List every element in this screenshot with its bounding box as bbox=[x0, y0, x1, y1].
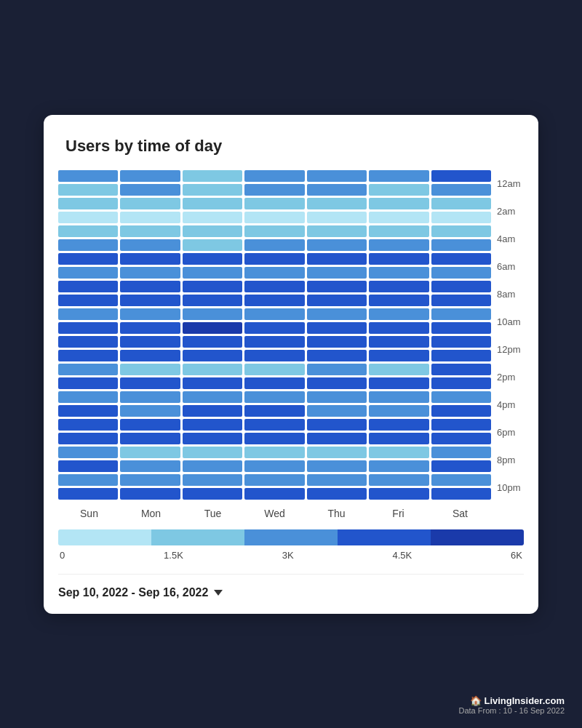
grid-cell bbox=[120, 460, 180, 472]
grid-cell bbox=[307, 364, 367, 375]
grid-cell bbox=[120, 198, 180, 209]
grid-cell bbox=[431, 377, 491, 389]
grid-cell bbox=[244, 212, 304, 223]
legend-value-label: 4.5K bbox=[392, 550, 412, 561]
grid-cell bbox=[369, 184, 428, 196]
grid-cell bbox=[58, 267, 118, 279]
grid-cell bbox=[120, 267, 180, 279]
grid-cell bbox=[120, 239, 180, 251]
grid-cell bbox=[183, 405, 242, 417]
grid-cell bbox=[58, 433, 118, 444]
chart-area: 12am2am4am6am8am10am12pm2pm4pm6pm8pm10pm bbox=[58, 170, 524, 502]
legend-labels: 01.5K3K4.5K6K bbox=[58, 550, 524, 561]
grid-cell bbox=[369, 281, 428, 292]
branding-logo: 🏠 LivingInsider.com bbox=[458, 695, 565, 706]
grid-cell bbox=[183, 322, 242, 334]
date-range-button[interactable]: Sep 10, 2022 - Sep 16, 2022 bbox=[58, 586, 223, 599]
time-label: 8am bbox=[497, 281, 524, 308]
grid-cell bbox=[58, 212, 118, 223]
grid-cell bbox=[244, 447, 304, 458]
grid-cell bbox=[307, 267, 367, 279]
grid-cell bbox=[244, 350, 304, 361]
grid-cell bbox=[58, 350, 118, 361]
grid-cell bbox=[244, 377, 304, 389]
grid-cell bbox=[58, 460, 118, 472]
grid-cell bbox=[58, 419, 118, 431]
grid-row bbox=[58, 322, 491, 334]
grid-cell bbox=[58, 391, 118, 403]
legend-segment bbox=[244, 529, 338, 545]
grid-cell bbox=[431, 253, 491, 265]
grid-cell bbox=[307, 170, 367, 182]
grid-cell bbox=[244, 170, 304, 182]
grid-row bbox=[58, 295, 491, 306]
grid-cell bbox=[183, 447, 242, 458]
grid-cell bbox=[369, 267, 428, 279]
grid-cell bbox=[431, 212, 491, 223]
grid-cell bbox=[120, 377, 180, 389]
grid-container bbox=[58, 170, 491, 502]
grid-row bbox=[58, 350, 491, 361]
grid-cell bbox=[244, 198, 304, 209]
grid-cell bbox=[244, 322, 304, 334]
grid-cell bbox=[183, 212, 242, 223]
grid-cell bbox=[307, 239, 367, 251]
grid-cell bbox=[244, 364, 304, 375]
grid-cell bbox=[120, 170, 180, 182]
grid-cell bbox=[183, 170, 242, 182]
grid-cell bbox=[183, 433, 242, 444]
legend-segment bbox=[431, 529, 524, 545]
grid-cell bbox=[431, 225, 491, 237]
grid-row bbox=[58, 184, 491, 196]
day-labels: SunMonTueWedThuFriSat bbox=[58, 508, 524, 519]
grid-cell bbox=[183, 391, 242, 403]
grid-cell bbox=[244, 488, 304, 500]
grid-cell bbox=[58, 225, 118, 237]
day-label: Sat bbox=[429, 508, 491, 519]
grid-cell bbox=[244, 184, 304, 196]
grid-cell bbox=[431, 295, 491, 306]
grid-cell bbox=[120, 253, 180, 265]
day-label: Sun bbox=[58, 508, 120, 519]
grid-cell bbox=[307, 447, 367, 458]
legend-segment bbox=[151, 529, 244, 545]
grid-cell bbox=[307, 433, 367, 444]
grid-cell bbox=[431, 336, 491, 348]
grid-cell bbox=[244, 433, 304, 444]
grid-cell bbox=[369, 377, 428, 389]
grid-cell bbox=[120, 447, 180, 458]
chevron-down-icon bbox=[214, 590, 223, 596]
time-label: 12am bbox=[497, 170, 524, 198]
grid-cell bbox=[369, 419, 428, 431]
grid-cell bbox=[307, 322, 367, 334]
grid-row bbox=[58, 364, 491, 375]
grid-cell bbox=[120, 225, 180, 237]
legend-value-label: 0 bbox=[60, 550, 65, 561]
grid-cell bbox=[307, 253, 367, 265]
grid-cell bbox=[369, 460, 428, 472]
grid-cell bbox=[183, 419, 242, 431]
grid-cell bbox=[431, 267, 491, 279]
grid-cell bbox=[120, 336, 180, 348]
grid-cell bbox=[431, 322, 491, 334]
grid-cell bbox=[307, 225, 367, 237]
grid-cell bbox=[58, 377, 118, 389]
grid-cell bbox=[120, 488, 180, 500]
branding: 🏠 LivingInsider.com Data From : 10 - 16 … bbox=[458, 695, 565, 715]
grid-row bbox=[58, 474, 491, 486]
grid-cell bbox=[120, 308, 180, 320]
grid-cell bbox=[244, 267, 304, 279]
grid-cell bbox=[307, 474, 367, 486]
grid-cell bbox=[58, 336, 118, 348]
legend-bar bbox=[58, 529, 524, 545]
time-label: 6am bbox=[497, 253, 524, 281]
chart-card: Users by time of day 12am2am4am6am8am10a… bbox=[44, 115, 538, 614]
grid-cell bbox=[431, 474, 491, 486]
grid-cell bbox=[431, 281, 491, 292]
grid-cell bbox=[120, 295, 180, 306]
grid-cell bbox=[244, 419, 304, 431]
grid-row bbox=[58, 488, 491, 500]
grid-cell bbox=[58, 474, 118, 486]
time-label: 2pm bbox=[497, 364, 524, 391]
grid-row bbox=[58, 308, 491, 320]
